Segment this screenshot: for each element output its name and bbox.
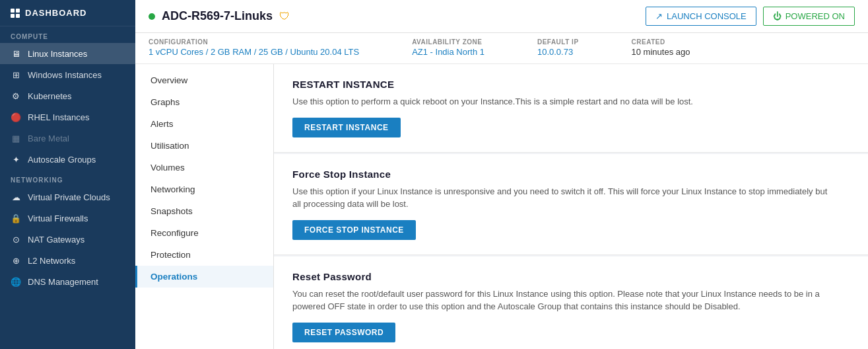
- reset-password-description: You can reset the root/default user pass…: [292, 288, 834, 313]
- dns-icon: 🌐: [11, 276, 21, 287]
- sidebar-item-label: DNS Management: [28, 277, 98, 287]
- instance-name: ADC-R569-7-Linuks: [162, 9, 273, 23]
- nav-item-volumes[interactable]: Volumes: [135, 157, 273, 178]
- content-area: Overview Graphs Alerts Utilisation Volum…: [135, 64, 868, 349]
- default-ip-group: DEFAULT IP 10.0.0.73: [537, 38, 579, 57]
- restart-instance-button[interactable]: RESTART INSTANCE: [292, 118, 401, 137]
- sidebar-item-kubernetes[interactable]: ⚙ Kubernetes: [0, 85, 135, 106]
- launch-console-button[interactable]: ↗ LAUNCH CONSOLE: [646, 7, 756, 26]
- sidebar-item-label: Kubernetes: [28, 91, 72, 101]
- restart-title: RESTART INSTANCE: [292, 79, 850, 90]
- main-content: ADC-R569-7-Linuks 🛡 ↗ LAUNCH CONSOLE ⏻ P…: [135, 0, 868, 349]
- force-stop-button[interactable]: FORCE STOP INSTANCE: [292, 220, 416, 240]
- sidebar-item-linux-instances[interactable]: 🖥 Linux Instances: [0, 43, 135, 64]
- kubernetes-icon: ⚙: [11, 91, 21, 101]
- sidebar-item-label: Virtual Firewalls: [28, 213, 88, 223]
- sidebar-item-label: Bare Metal: [28, 134, 69, 143]
- nav-item-utilisation[interactable]: Utilisation: [135, 135, 273, 157]
- autoscale-icon: ✦: [11, 154, 21, 165]
- created-label: CREATED: [632, 38, 690, 46]
- sidebar-item-label: NAT Gateways: [28, 235, 84, 245]
- nav-item-overview[interactable]: Overview: [135, 69, 273, 91]
- launch-icon: ↗: [655, 11, 663, 21]
- default-ip-label: DEFAULT IP: [537, 38, 579, 46]
- sidebar-item-l2-networks[interactable]: ⊕ L2 Networks: [0, 250, 135, 271]
- sidebar-item-virtual-firewalls[interactable]: 🔒 Virtual Firewalls: [0, 208, 135, 229]
- sidebar-item-vpc[interactable]: ☁ Virtual Private Clouds: [0, 186, 135, 208]
- l2-icon: ⊕: [11, 255, 21, 266]
- left-nav: Overview Graphs Alerts Utilisation Volum…: [135, 64, 274, 349]
- reset-password-card: Reset Password You can reset the root/de…: [274, 256, 868, 350]
- nav-item-protection[interactable]: Protection: [135, 244, 273, 266]
- nav-item-graphs[interactable]: Graphs: [135, 91, 273, 113]
- reset-password-title: Reset Password: [292, 271, 850, 282]
- sidebar-item-label: RHEL Instances: [28, 112, 89, 122]
- compute-section-label: COMPUTE: [0, 26, 135, 43]
- default-ip-value: 10.0.0.73: [537, 47, 579, 57]
- configuration-group: CONFIGURATION 1 vCPU Cores / 2 GB RAM / …: [149, 38, 359, 57]
- powered-on-label: POWERED ON: [785, 11, 845, 21]
- operations-panel: RESTART INSTANCE Use this option to perf…: [274, 64, 868, 349]
- created-group: CREATED 10 minutes ago: [632, 38, 690, 57]
- nav-item-reconfigure[interactable]: Reconfigure: [135, 222, 273, 244]
- nav-item-networking[interactable]: Networking: [135, 178, 273, 200]
- vpc-icon: ☁: [11, 192, 21, 202]
- created-value: 10 minutes ago: [632, 47, 690, 57]
- shield-icon: 🛡: [279, 11, 290, 22]
- availability-zone-value: AZ1 - India North 1: [412, 47, 484, 57]
- nat-icon: ⊙: [11, 234, 21, 245]
- networking-section-label: NETWORKING: [0, 170, 135, 186]
- sidebar-item-label: Autoscale Groups: [28, 155, 96, 165]
- sidebar-item-dns-management[interactable]: 🌐 DNS Management: [0, 271, 135, 292]
- force-stop-title: Force Stop Instance: [292, 169, 850, 180]
- sidebar-header: DASHBOARD: [0, 0, 135, 26]
- meta-row: CONFIGURATION 1 vCPU Cores / 2 GB RAM / …: [135, 33, 868, 64]
- configuration-label: CONFIGURATION: [149, 38, 359, 46]
- sidebar-item-autoscale-groups[interactable]: ✦ Autoscale Groups: [0, 149, 135, 170]
- restart-instance-card: RESTART INSTANCE Use this option to perf…: [274, 64, 868, 153]
- firewall-icon: 🔒: [11, 213, 21, 223]
- sidebar-item-label: Virtual Private Clouds: [28, 192, 110, 202]
- reset-password-button[interactable]: RESET PASSWORD: [292, 323, 395, 342]
- configuration-value: 1 vCPU Cores / 2 GB RAM / 25 GB / Ubuntu…: [149, 47, 359, 57]
- powered-on-button[interactable]: ⏻ POWERED ON: [763, 7, 855, 26]
- dashboard-icon: [11, 9, 20, 18]
- status-indicator: [149, 13, 155, 20]
- force-stop-card: Force Stop Instance Use this option if y…: [274, 154, 868, 255]
- topbar-left: ADC-R569-7-Linuks 🛡: [149, 9, 290, 23]
- sidebar-title: DASHBOARD: [25, 8, 87, 18]
- sidebar-item-label: L2 Networks: [28, 256, 75, 266]
- topbar-right: ↗ LAUNCH CONSOLE ⏻ POWERED ON: [646, 7, 855, 26]
- bare-metal-icon: ▦: [11, 133, 21, 143]
- restart-description: Use this option to perform a quick reboo…: [292, 95, 834, 108]
- windows-icon: ⊞: [11, 69, 21, 80]
- force-stop-description: Use this option if your Linux Instance i…: [292, 185, 834, 211]
- sidebar-item-windows-instances[interactable]: ⊞ Windows Instances: [0, 64, 135, 85]
- sidebar-item-label: Windows Instances: [28, 70, 102, 80]
- sidebar-item-bare-metal: ▦ Bare Metal: [0, 128, 135, 149]
- sidebar-item-nat-gateways[interactable]: ⊙ NAT Gateways: [0, 229, 135, 250]
- rhel-icon: 🔴: [11, 112, 21, 122]
- availability-zone-label: AVAILABILITY ZONE: [412, 38, 484, 46]
- linux-icon: 🖥: [11, 48, 21, 59]
- topbar: ADC-R569-7-Linuks 🛡 ↗ LAUNCH CONSOLE ⏻ P…: [135, 0, 868, 33]
- power-icon: ⏻: [773, 11, 782, 21]
- nav-item-alerts[interactable]: Alerts: [135, 113, 273, 135]
- availability-zone-group: AVAILABILITY ZONE AZ1 - India North 1: [412, 38, 484, 57]
- launch-console-label: LAUNCH CONSOLE: [667, 11, 747, 21]
- sidebar-item-rhel-instances[interactable]: 🔴 RHEL Instances: [0, 106, 135, 128]
- nav-item-operations[interactable]: Operations: [135, 266, 273, 288]
- nav-item-snapshots[interactable]: Snapshots: [135, 200, 273, 222]
- sidebar: DASHBOARD COMPUTE 🖥 Linux Instances ⊞ Wi…: [0, 0, 135, 349]
- sidebar-item-label: Linux Instances: [28, 49, 87, 59]
